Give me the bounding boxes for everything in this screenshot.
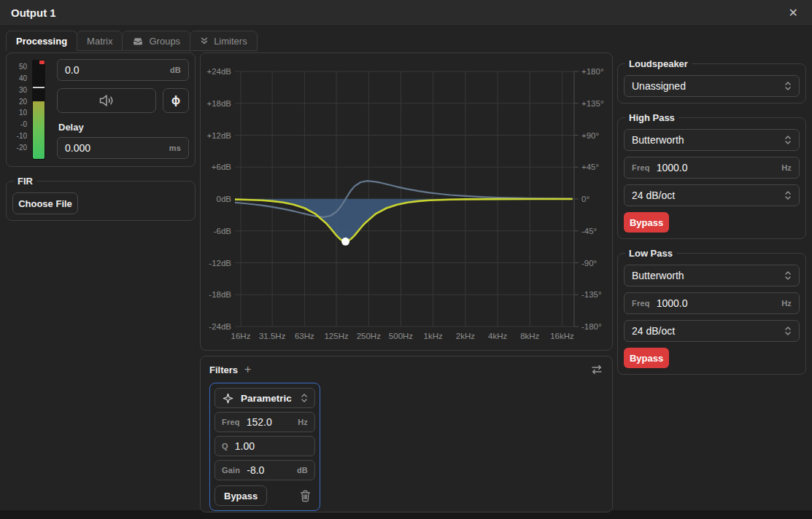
low-pass-freq-unit: Hz [781, 299, 792, 308]
phi-icon: ϕ [171, 94, 180, 107]
svg-text:4kHz: 4kHz [488, 332, 507, 340]
low-pass-slope-value: 24 dB/oct [632, 325, 778, 337]
svg-text:+90°: +90° [581, 131, 599, 140]
fir-legend: FIR [14, 176, 36, 187]
chevron-up-down-icon [784, 135, 792, 145]
gain-panel: 5040302010-0-10-20 0.0 dB [6, 52, 196, 167]
filter-bypass-button[interactable]: Bypass [214, 485, 267, 506]
meter-peak-indicator [33, 87, 45, 88]
tab-processing-label: Processing [16, 36, 67, 47]
chevron-up-down-icon [784, 81, 792, 91]
high-pass-type-value: Butterworth [632, 134, 778, 146]
filter-freq-unit: Hz [298, 418, 308, 426]
filter-freq-prefix: Freq [222, 418, 240, 426]
filter-handle[interactable] [341, 238, 349, 246]
meter-track [32, 60, 45, 160]
eq-graph-panel: +24dB+180°+18dB+135°+12dB+90°+6dB+45°0dB… [200, 52, 613, 351]
gain-controls: 0.0 dB [57, 59, 189, 160]
filter-type-value: Parametric [241, 393, 294, 404]
gain-value: 0.0 [65, 64, 163, 76]
tab-matrix[interactable]: Matrix [77, 31, 123, 51]
tab-bar: Processing Matrix Groups [6, 31, 806, 51]
svg-text:-6dB: -6dB [214, 227, 232, 235]
tab-limiters[interactable]: Limiters [190, 31, 258, 51]
svg-text:-135°: -135° [581, 290, 602, 299]
tab-limiters-label: Limiters [214, 36, 247, 47]
filter-q-prefix: Q [222, 442, 228, 450]
eq-plot[interactable]: +24dB+180°+18dB+135°+12dB+90°+6dB+45°0dB… [201, 53, 613, 351]
svg-text:31.5Hz: 31.5Hz [259, 332, 286, 340]
swap-arrows-icon[interactable] [590, 364, 603, 375]
low-pass-freq-input[interactable]: Freq 1000.0 Hz [624, 292, 800, 314]
filter-q-input[interactable]: Q 1.00 [214, 436, 315, 456]
low-pass-freq-value: 1000.0 [657, 297, 776, 309]
output-meter: 5040302010-0-10-20 [12, 59, 50, 160]
filter-type-select[interactable]: Parametric [214, 388, 315, 408]
meter-scale: 5040302010-0-10-20 [12, 63, 27, 152]
loudspeaker-value: Unassigned [632, 80, 778, 92]
mute-button[interactable] [57, 88, 156, 113]
high-pass-slope-value: 24 dB/oct [632, 190, 778, 201]
gain-input[interactable]: 0.0 dB [57, 59, 189, 81]
filters-panel: Filters + [200, 356, 613, 512]
low-pass-type-select[interactable]: Butterworth [624, 265, 800, 286]
phase-invert-button[interactable]: ϕ [163, 88, 189, 113]
tab-groups[interactable]: Groups [122, 31, 190, 51]
svg-text:+135°: +135° [581, 99, 604, 108]
high-pass-slope-select[interactable]: 24 dB/oct [624, 184, 800, 206]
filter-freq-value: 152.0 [247, 416, 292, 428]
speaker-icon [97, 93, 116, 108]
delay-label: Delay [58, 122, 189, 133]
filter-bypass-label: Bypass [224, 491, 258, 502]
low-pass-group: Low Pass Butterworth Freq 1000.0 Hz 24 d… [617, 248, 806, 375]
tab-groups-label: Groups [149, 36, 180, 47]
svg-text:1kHz: 1kHz [424, 332, 443, 340]
filters-title: Filters [209, 364, 238, 375]
output-window: Output 1 ✕ Processing Matrix Groups [0, 0, 812, 510]
high-pass-bypass-button[interactable]: Bypass [624, 212, 669, 233]
high-pass-freq-value: 1000.0 [657, 162, 776, 173]
meter-fill [33, 101, 45, 159]
svg-text:-18dB: -18dB [209, 290, 231, 299]
high-pass-freq-input[interactable]: Freq 1000.0 Hz [624, 157, 800, 179]
svg-text:+6dB: +6dB [212, 163, 232, 171]
add-filter-button[interactable]: + [244, 364, 251, 375]
high-pass-type-select[interactable]: Butterworth [624, 129, 800, 151]
meter-clip-indicator [39, 61, 45, 64]
svg-text:+180°: +180° [581, 67, 604, 76]
choose-file-button[interactable]: Choose File [12, 192, 78, 214]
filter-gain-input[interactable]: Gain -8.0 dB [214, 460, 315, 480]
low-pass-type-value: Butterworth [632, 270, 778, 281]
tab-processing[interactable]: Processing [6, 31, 77, 51]
gain-button-row: ϕ [57, 88, 189, 113]
svg-text:0°: 0° [581, 195, 589, 203]
high-pass-group: High Pass Butterworth Freq 1000.0 Hz 24 … [617, 112, 806, 239]
tab-matrix-label: Matrix [87, 36, 112, 47]
filters-header: Filters + [209, 363, 603, 376]
crossover-column: Loudspeaker Unassigned High Pass Butterw… [617, 52, 806, 512]
trash-icon[interactable] [300, 490, 311, 502]
magnitude-curve [235, 199, 573, 241]
svg-text:250Hz: 250Hz [357, 332, 381, 340]
svg-text:+24dB: +24dB [206, 67, 231, 76]
filter-card[interactable]: Parametric Freq 152.0 Hz [209, 383, 320, 511]
window-title: Output 1 [11, 7, 56, 19]
filter-freq-input[interactable]: Freq 152.0 Hz [214, 412, 315, 432]
svg-text:-45°: -45° [581, 227, 597, 235]
low-pass-bypass-button[interactable]: Bypass [624, 348, 669, 368]
low-pass-slope-select[interactable]: 24 dB/oct [624, 320, 800, 342]
high-pass-freq-prefix: Freq [632, 163, 650, 172]
delay-value: 0.000 [65, 142, 163, 154]
low-pass-freq-prefix: Freq [632, 299, 650, 308]
svg-text:500Hz: 500Hz [389, 332, 413, 340]
chevron-up-down-icon [784, 190, 792, 200]
high-pass-legend: High Pass [625, 112, 678, 123]
svg-text:8kHz: 8kHz [520, 332, 539, 340]
svg-text:0dB: 0dB [217, 195, 232, 203]
four-point-star-icon [222, 392, 234, 405]
delay-input[interactable]: 0.000 ms [57, 137, 189, 159]
choose-file-label: Choose File [18, 198, 72, 209]
loudspeaker-select[interactable]: Unassigned [624, 75, 800, 97]
close-icon[interactable]: ✕ [786, 6, 801, 20]
titlebar: Output 1 ✕ [0, 0, 812, 26]
